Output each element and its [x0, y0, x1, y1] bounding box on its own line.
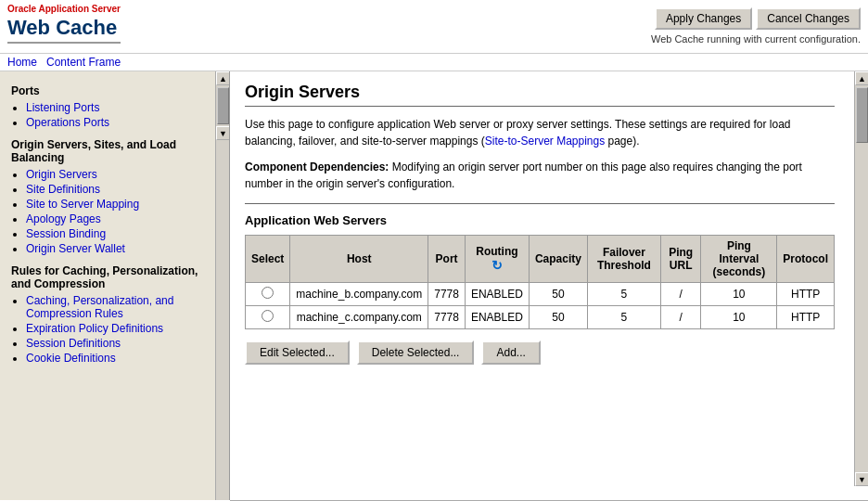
table-row: machine_c.company.com 7778 ENABLED 50 5 … [246, 306, 835, 329]
expiration-policy-link[interactable]: Expiration Policy Definitions [26, 322, 163, 335]
cookie-definitions-link[interactable]: Cookie Definitions [26, 352, 116, 365]
origin-links: Origin Servers Site Definitions Site to … [0, 168, 215, 255]
operations-ports-link[interactable]: Operations Ports [26, 116, 109, 129]
cell-host-0: machine_b.company.com [290, 283, 428, 306]
bottom-buttons: Edit Selected... Delete Selected... Add.… [245, 340, 835, 365]
cell-ping-interval-1: 10 [701, 306, 777, 329]
col-failover: Failover Threshold [587, 236, 660, 283]
sidebar-scrollbar[interactable]: ▲ ▼ [215, 71, 229, 500]
routing-icon: ↻ [491, 258, 503, 273]
cell-capacity-1: 50 [529, 306, 587, 329]
apply-changes-button[interactable]: Apply Changes [655, 7, 752, 30]
session-definitions-link[interactable]: Session Definitions [26, 337, 121, 350]
add-button[interactable]: Add... [481, 340, 540, 365]
col-select: Select [246, 236, 290, 283]
origin-section-title: Origin Servers, Sites, and Load Balancin… [0, 133, 215, 166]
edit-selected-button[interactable]: Edit Selected... [245, 340, 350, 365]
site-mapping-link[interactable]: Site-to-Server Mappings [485, 135, 605, 148]
content-area: ▲ ▼ Origin Servers Use this page to conf… [230, 71, 868, 500]
listening-ports-link[interactable]: Listening Ports [26, 101, 99, 114]
scroll-thumb[interactable] [217, 87, 229, 124]
table-row: machine_b.company.com 7778 ENABLED 50 5 … [246, 283, 835, 306]
webcache-title: Web Cache [7, 16, 121, 44]
cell-failover-0: 5 [587, 283, 660, 306]
status-text: Web Cache running with current configura… [651, 33, 861, 45]
col-ping-interval: Ping Interval (seconds) [701, 236, 777, 283]
cell-host-1: machine_c.company.com [290, 306, 428, 329]
cell-select-0[interactable] [246, 283, 290, 306]
header-right: Apply Changes Cancel Changes Web Cache r… [651, 4, 861, 45]
cell-capacity-0: 50 [529, 283, 587, 306]
scroll-up-arrow[interactable]: ▲ [216, 71, 230, 85]
origin-servers-link[interactable]: Origin Servers [26, 168, 97, 181]
cell-routing-1: ENABLED [465, 306, 529, 329]
home-link[interactable]: Home [7, 56, 37, 69]
cell-failover-1: 5 [587, 306, 660, 329]
ports-links: Listening Ports Operations Ports [0, 101, 215, 129]
cell-ping-url-0: / [660, 283, 701, 306]
col-capacity: Capacity [529, 236, 587, 283]
header-buttons: Apply Changes Cancel Changes [655, 7, 861, 30]
radio-select-0[interactable] [262, 287, 274, 299]
section-title: Application Web Servers [245, 213, 835, 227]
content-frame-link[interactable]: Content Frame [46, 56, 121, 69]
scroll-down-arrow[interactable]: ▼ [216, 126, 230, 140]
cell-protocol-1: HTTP [777, 306, 835, 329]
cell-protocol-0: HTTP [777, 283, 835, 306]
rules-links: Caching, Personalization, and Compressio… [0, 294, 215, 365]
main-layout: ▲ ▼ Ports Listening Ports Operations Por… [0, 71, 868, 500]
cell-routing-0: ENABLED [465, 283, 529, 306]
col-port: Port [428, 236, 466, 283]
oracle-title: Oracle Application Server [7, 4, 121, 14]
origin-server-wallet-link[interactable]: Origin Server Wallet [26, 242, 125, 255]
col-host: Host [290, 236, 428, 283]
caching-rules-link[interactable]: Caching, Personalization, and Compressio… [26, 294, 173, 320]
delete-selected-button[interactable]: Delete Selected... [357, 340, 475, 365]
cell-port-1: 7778 [428, 306, 466, 329]
site-definitions-link[interactable]: Site Definitions [26, 183, 100, 196]
site-to-server-mapping-link[interactable]: Site to Server Mapping [26, 198, 139, 211]
radio-select-1[interactable] [262, 310, 274, 322]
content-scroll-thumb[interactable] [856, 87, 868, 143]
cell-select-1[interactable] [246, 306, 290, 329]
content-scrollbar[interactable]: ▲ ▼ [854, 71, 868, 486]
col-protocol: Protocol [777, 236, 835, 283]
header: Oracle Application Server Web Cache Appl… [0, 0, 868, 54]
rules-section-title: Rules for Caching, Personalization, and … [0, 259, 215, 292]
cell-port-0: 7778 [428, 283, 466, 306]
apology-pages-link[interactable]: Apology Pages [26, 212, 101, 225]
description: Use this page to configure application W… [245, 116, 835, 149]
session-binding-link[interactable]: Session Binding [26, 227, 106, 240]
cancel-changes-button[interactable]: Cancel Changes [756, 7, 861, 30]
nav-links: Home Content Frame [0, 54, 868, 71]
sidebar: ▲ ▼ Ports Listening Ports Operations Por… [0, 71, 230, 500]
col-routing: Routing ↻ [465, 236, 529, 283]
servers-table: Select Host Port Routing ↻ Capacity Fail… [245, 235, 835, 329]
component-dep: Component Dependencies: Modifying an ori… [245, 159, 835, 192]
cell-ping-interval-0: 10 [701, 283, 777, 306]
logo-area: Oracle Application Server Web Cache [7, 4, 121, 44]
content-scroll-down[interactable]: ▼ [855, 472, 868, 486]
content-scroll-up[interactable]: ▲ [855, 71, 868, 85]
col-ping-url: Ping URL [660, 236, 701, 283]
ports-section-title: Ports [0, 79, 215, 99]
cell-ping-url-1: / [660, 306, 701, 329]
page-title: Origin Servers [245, 83, 835, 107]
